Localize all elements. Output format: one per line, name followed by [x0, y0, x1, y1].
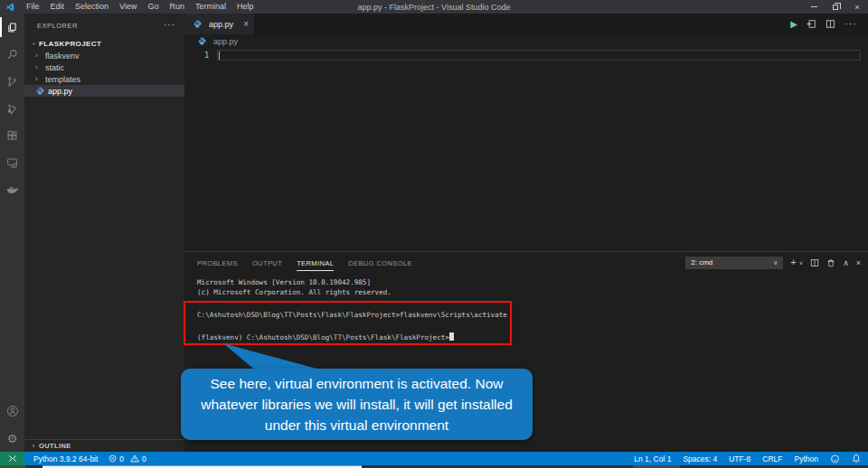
error-icon [108, 454, 117, 463]
search-icon[interactable] [0, 41, 24, 68]
chevron-down-icon: › [30, 38, 38, 49]
panel-header: PROBLEMS OUTPUT TERMINAL DEBUG CONSOLE 2… [184, 252, 868, 273]
language-mode-status[interactable]: Python [795, 454, 818, 463]
tab-debug-console[interactable]: DEBUG CONSOLE [348, 255, 412, 271]
split-editor-icon[interactable] [826, 19, 835, 29]
restore-icon [833, 5, 838, 10]
cursor-position-status[interactable]: Ln 1, Col 1 [634, 454, 671, 463]
split-terminal-icon[interactable] [810, 258, 819, 267]
panel-controls: 2: cmd ∨ + ∨ ∧ × [685, 257, 861, 269]
explorer-header: EXPLORER ··· [24, 14, 184, 37]
menu-file[interactable]: File [21, 0, 45, 14]
vscode-window: File Edit Selection View Go Run Terminal… [0, 0, 868, 468]
menu-view[interactable]: View [114, 0, 142, 14]
encoding-status[interactable]: UTF-8 [729, 454, 750, 463]
editor-tab-bar: app.py × ▶ ··· [184, 14, 868, 34]
breadcrumb[interactable]: app.py [184, 34, 868, 48]
menu-edit[interactable]: Edit [45, 0, 71, 14]
run-in-terminal-icon[interactable] [807, 19, 816, 29]
more-actions-icon[interactable]: ··· [844, 22, 857, 26]
sidebar-item-app-py[interactable]: app.py [24, 85, 184, 97]
terminal-line: (c) Microsoft Corporation. All rights re… [197, 287, 868, 297]
remote-indicator[interactable] [0, 452, 24, 465]
folder-label: templates [45, 75, 80, 84]
account-icon[interactable] [0, 398, 24, 425]
eol-status[interactable]: CRLF [762, 454, 782, 463]
new-terminal-dropdown-icon[interactable]: ∨ [799, 259, 803, 266]
problems-status[interactable]: 0 0 [108, 454, 146, 463]
minimize-button[interactable] [803, 0, 825, 14]
indentation-status[interactable]: Spaces: 4 [683, 454, 717, 463]
file-label: app.py [48, 87, 72, 96]
chevron-right-icon: › [28, 442, 39, 450]
highlight-red-box [184, 301, 512, 345]
docker-icon[interactable] [0, 176, 24, 203]
warning-icon [130, 454, 139, 463]
source-control-icon[interactable] [0, 68, 24, 95]
terminal-line: Microsoft Windows [Version 10.0.19042.98… [197, 277, 868, 287]
tab-label: app.py [209, 20, 233, 29]
sidebar-item-templates[interactable]: › templates [24, 73, 184, 85]
sidebar-item-static[interactable]: › static [24, 61, 184, 73]
status-left: Python 3.9.2 64-bit 0 0 [33, 454, 146, 463]
settings-gear-icon[interactable]: ⚙ [0, 425, 24, 452]
project-root-label: FLASKPROJECT [39, 40, 101, 48]
python-file-icon [193, 20, 202, 28]
menu-go[interactable]: Go [142, 0, 164, 14]
python-file-icon [36, 87, 44, 95]
minimize-icon [811, 6, 817, 7]
tab-close-icon[interactable]: × [243, 20, 249, 29]
tab-output[interactable]: OUTPUT [252, 255, 282, 271]
chevron-right-icon: › [35, 75, 45, 83]
outline-label: OUTLINE [39, 442, 71, 450]
menu-run[interactable]: Run [164, 0, 190, 14]
current-line-highlight [217, 50, 861, 61]
status-right: Ln 1, Col 1 Spaces: 4 UTF-8 CRLF Python [634, 454, 868, 463]
code-line-1: 1 [184, 48, 868, 61]
error-count: 0 [119, 454, 124, 463]
run-debug-icon[interactable] [0, 95, 24, 122]
maximize-panel-icon[interactable]: ∧ [843, 258, 849, 267]
chevron-down-icon: ∨ [773, 259, 778, 267]
extensions-icon[interactable] [0, 122, 24, 149]
menu-selection[interactable]: Selection [70, 0, 114, 14]
tab-app-py[interactable]: app.py × [184, 14, 255, 34]
activity-bar-bottom: ⚙ [0, 398, 24, 452]
notifications-bell-icon[interactable] [852, 454, 861, 463]
sidebar-item-flaskvenv[interactable]: › flaskvenv [24, 50, 184, 61]
title-bar: File Edit Selection View Go Run Terminal… [0, 0, 868, 14]
folder-label: flaskvenv [45, 51, 80, 61]
close-panel-icon[interactable]: × [856, 258, 861, 267]
tab-problems[interactable]: PROBLEMS [197, 255, 238, 271]
status-bar: Python 3.9.2 64-bit 0 0 Ln 1, Col 1 Spac… [0, 452, 868, 465]
run-python-file-icon[interactable]: ▶ [790, 20, 797, 29]
text-cursor [219, 51, 220, 60]
tab-terminal[interactable]: TERMINAL [297, 255, 334, 271]
explorer-more-actions-icon[interactable]: ··· [164, 23, 175, 28]
sidebar-item-flaskproject[interactable]: › FLASKPROJECT [24, 37, 184, 50]
explorer-icon[interactable] [0, 14, 24, 41]
kill-terminal-icon[interactable] [826, 258, 835, 267]
line-number: 1 [184, 51, 217, 60]
terminal-instance-dropdown[interactable]: 2: cmd ∨ [685, 257, 783, 269]
close-button[interactable]: × [846, 0, 868, 14]
menu-help[interactable]: Help [231, 0, 259, 14]
menu-terminal[interactable]: Terminal [190, 0, 231, 14]
python-interpreter-status[interactable]: Python 3.9.2 64-bit [33, 454, 98, 463]
feedback-smiley-icon[interactable] [830, 454, 840, 463]
menu-bar: File Edit Selection View Go Run Terminal… [21, 0, 259, 14]
terminal-instance-value: 2: cmd [691, 258, 712, 267]
callout-text: See here, virtual environment is activat… [195, 373, 518, 435]
code-area[interactable]: 1 [184, 48, 868, 251]
panel-tabs: PROBLEMS OUTPUT TERMINAL DEBUG CONSOLE [197, 255, 412, 271]
remote-icon [8, 454, 17, 463]
activity-bar: ⚙ [0, 14, 24, 452]
outline-section[interactable]: › OUTLINE [24, 439, 184, 452]
remote-explorer-icon[interactable] [0, 149, 24, 176]
new-terminal-icon[interactable]: + [790, 257, 796, 267]
explorer-sidebar: EXPLORER ··· › FLASKPROJECT › flaskvenv … [24, 14, 184, 452]
chevron-right-icon: › [35, 63, 45, 71]
editor-actions: ▶ ··· [790, 14, 868, 34]
restore-button[interactable] [825, 0, 846, 14]
chevron-right-icon: › [35, 51, 45, 60]
